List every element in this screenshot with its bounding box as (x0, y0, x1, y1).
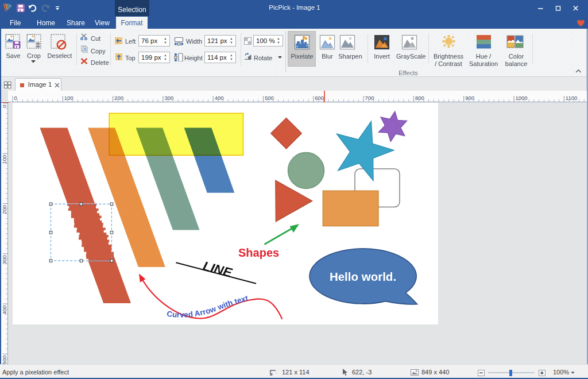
svg-text:0: 0 (14, 95, 17, 101)
svg-text:Curved Arrow with text: Curved Arrow with text (167, 293, 249, 319)
svg-text:1100: 1100 (566, 95, 577, 101)
svg-text:400: 400 (215, 95, 224, 101)
svg-text:1000: 1000 (516, 95, 528, 101)
svg-text:100: 100 (64, 95, 74, 101)
svg-text:200: 200 (114, 95, 123, 101)
svg-text:Hello world.: Hello world. (330, 270, 396, 283)
svg-text:800: 800 (415, 95, 424, 101)
svg-text:900: 900 (465, 95, 474, 101)
svg-text:700: 700 (365, 95, 374, 101)
svg-text:500: 500 (1, 355, 7, 364)
svg-text:400: 400 (1, 305, 7, 315)
svg-text:Shapes: Shapes (238, 246, 279, 259)
svg-text:600: 600 (315, 95, 324, 101)
svg-text:100: 100 (1, 155, 7, 164)
svg-text:200: 200 (1, 205, 7, 214)
svg-text:LINE: LINE (202, 259, 234, 280)
svg-text:0: 0 (1, 105, 7, 108)
svg-text:300: 300 (164, 95, 173, 101)
svg-text:500: 500 (265, 95, 274, 101)
svg-text:300: 300 (1, 255, 7, 264)
